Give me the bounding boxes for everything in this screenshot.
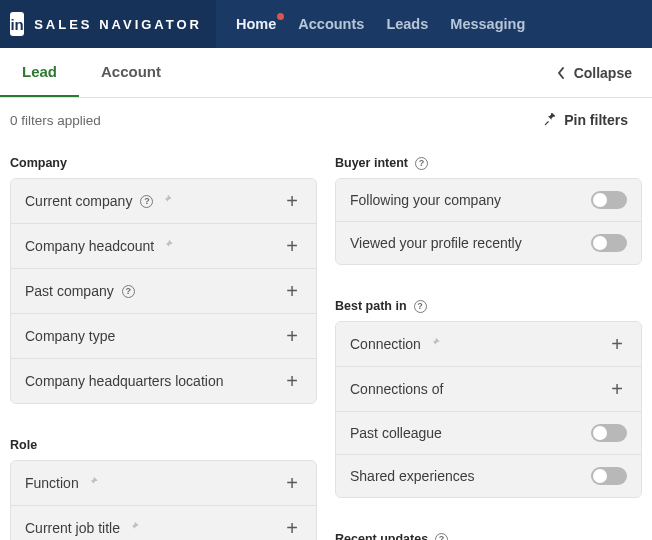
filter-connection[interactable]: Connection +	[336, 322, 641, 367]
section-buyer-intent-title: Buyer intent ?	[335, 156, 642, 170]
filter-company-headcount[interactable]: Company headcount +	[11, 224, 316, 269]
linkedin-logo-icon: in	[10, 12, 24, 36]
toggle-switch[interactable]	[591, 234, 627, 252]
chevron-left-icon	[556, 66, 566, 80]
filter-connections-of[interactable]: Connections of +	[336, 367, 641, 412]
nav-messaging[interactable]: Messaging	[450, 16, 525, 32]
pin-filters-label: Pin filters	[564, 112, 628, 128]
section-company-title: Company	[10, 156, 317, 170]
section-role-title: Role	[10, 438, 317, 452]
help-icon[interactable]: ?	[435, 533, 448, 541]
role-filters-group: Function + Current job title +	[10, 460, 317, 540]
tabs-bar: Lead Account Collapse	[0, 48, 652, 98]
filter-connections-of-label: Connections of	[350, 381, 443, 397]
left-column: Company Current company ? + Company head…	[10, 146, 317, 540]
plus-icon[interactable]: +	[282, 236, 302, 256]
buyer-intent-filters-group: Following your company Viewed your profi…	[335, 178, 642, 265]
nav-home-label: Home	[236, 16, 276, 32]
plus-icon[interactable]: +	[282, 371, 302, 391]
tab-account[interactable]: Account	[79, 48, 183, 97]
collapse-label: Collapse	[574, 65, 632, 81]
top-nav: in SALES NAVIGATOR Home Accounts Leads M…	[0, 0, 652, 48]
filter-past-colleague-label: Past colleague	[350, 425, 442, 441]
plus-icon[interactable]: +	[607, 334, 627, 354]
filter-past-colleague[interactable]: Past colleague	[336, 412, 641, 455]
plus-icon[interactable]: +	[607, 379, 627, 399]
filter-past-company-label: Past company	[25, 283, 114, 299]
best-path-in-filters-group: Connection + Connections of + Past colle…	[335, 321, 642, 498]
filter-viewed-profile-label: Viewed your profile recently	[350, 235, 522, 251]
pin-icon	[543, 113, 557, 127]
section-best-path-in-label: Best path in	[335, 299, 407, 313]
toggle-switch[interactable]	[591, 191, 627, 209]
notification-dot-icon	[277, 13, 284, 20]
filter-current-job-title[interactable]: Current job title +	[11, 506, 316, 540]
filter-following-your-company[interactable]: Following your company	[336, 179, 641, 222]
filter-following-label: Following your company	[350, 192, 501, 208]
brand[interactable]: in SALES NAVIGATOR	[0, 0, 216, 48]
filter-viewed-profile-recently[interactable]: Viewed your profile recently	[336, 222, 641, 264]
plus-icon[interactable]: +	[282, 473, 302, 493]
filter-shared-experiences[interactable]: Shared experiences	[336, 455, 641, 497]
pin-icon	[429, 338, 441, 350]
pin-icon	[128, 522, 140, 534]
tab-lead[interactable]: Lead	[0, 48, 79, 97]
collapse-button[interactable]: Collapse	[556, 65, 632, 81]
filter-company-hq-location-label: Company headquarters location	[25, 373, 223, 389]
help-icon[interactable]: ?	[140, 195, 153, 208]
filter-connection-label: Connection	[350, 336, 421, 352]
nav-leads[interactable]: Leads	[386, 16, 428, 32]
filter-company-headcount-label: Company headcount	[25, 238, 154, 254]
filters-content: Company Current company ? + Company head…	[0, 138, 652, 540]
section-recent-updates-label: Recent updates	[335, 532, 428, 540]
toggle-switch[interactable]	[591, 424, 627, 442]
help-icon[interactable]: ?	[122, 285, 135, 298]
section-buyer-intent-label: Buyer intent	[335, 156, 408, 170]
filter-function-label: Function	[25, 475, 79, 491]
plus-icon[interactable]: +	[282, 326, 302, 346]
nav-links: Home Accounts Leads Messaging	[216, 16, 525, 32]
nav-accounts[interactable]: Accounts	[298, 16, 364, 32]
tabs: Lead Account	[0, 48, 183, 97]
brand-name: SALES NAVIGATOR	[34, 17, 202, 32]
pin-icon	[162, 240, 174, 252]
filter-current-company-label: Current company	[25, 193, 132, 209]
filter-current-company[interactable]: Current company ? +	[11, 179, 316, 224]
toggle-switch[interactable]	[591, 467, 627, 485]
pin-filters-button[interactable]: Pin filters	[543, 112, 628, 128]
section-company-label: Company	[10, 156, 67, 170]
filter-past-company[interactable]: Past company ? +	[11, 269, 316, 314]
filter-company-hq-location[interactable]: Company headquarters location +	[11, 359, 316, 403]
filter-shared-experiences-label: Shared experiences	[350, 468, 475, 484]
plus-icon[interactable]: +	[282, 191, 302, 211]
pin-icon	[161, 195, 173, 207]
company-filters-group: Current company ? + Company headcount + …	[10, 178, 317, 404]
help-icon[interactable]: ?	[415, 157, 428, 170]
filter-current-job-title-label: Current job title	[25, 520, 120, 536]
filter-company-type[interactable]: Company type +	[11, 314, 316, 359]
filters-applied-text: 0 filters applied	[10, 113, 101, 128]
pin-icon	[87, 477, 99, 489]
section-recent-updates-title: Recent updates ?	[335, 532, 642, 540]
plus-icon[interactable]: +	[282, 518, 302, 538]
filters-status-row: 0 filters applied Pin filters	[0, 98, 652, 138]
section-role-label: Role	[10, 438, 37, 452]
section-best-path-in-title: Best path in ?	[335, 299, 642, 313]
filter-function[interactable]: Function +	[11, 461, 316, 506]
filter-company-type-label: Company type	[25, 328, 115, 344]
help-icon[interactable]: ?	[414, 300, 427, 313]
right-column: Buyer intent ? Following your company Vi…	[335, 146, 642, 540]
plus-icon[interactable]: +	[282, 281, 302, 301]
nav-home[interactable]: Home	[236, 16, 276, 32]
